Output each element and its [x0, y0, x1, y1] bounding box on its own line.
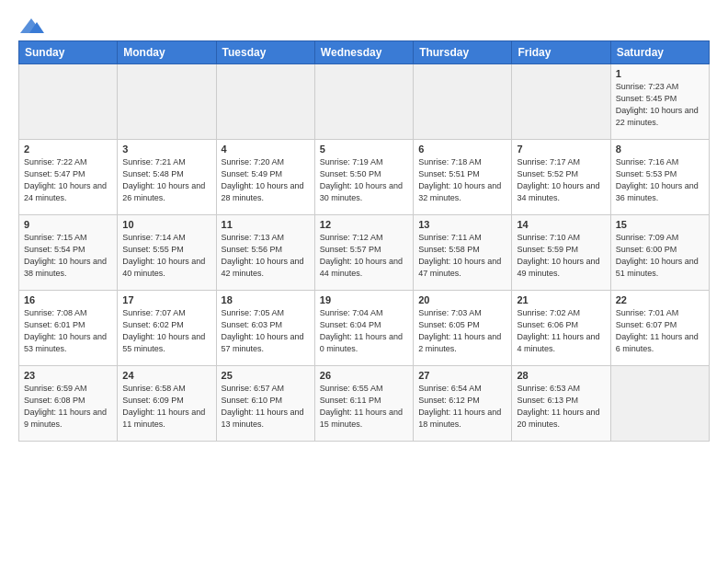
day-number: 19 [320, 294, 408, 305]
weekday-header-saturday: Saturday [610, 41, 709, 64]
logo [18, 17, 48, 35]
calendar-cell [118, 64, 216, 140]
calendar-cell: 3Sunrise: 7:21 AM Sunset: 5:48 PM Daylig… [118, 140, 216, 215]
day-number: 22 [616, 294, 704, 305]
calendar-cell: 13Sunrise: 7:11 AM Sunset: 5:58 PM Dayli… [414, 215, 512, 291]
day-info: Sunrise: 7:13 AM Sunset: 5:56 PM Dayligh… [222, 232, 310, 280]
calendar-cell: 22Sunrise: 7:01 AM Sunset: 6:07 PM Dayli… [610, 291, 709, 366]
day-info: Sunrise: 7:23 AM Sunset: 5:45 PM Dayligh… [616, 81, 704, 129]
day-number: 21 [517, 294, 605, 305]
day-info: Sunrise: 7:22 AM Sunset: 5:47 PM Dayligh… [24, 156, 112, 204]
day-info: Sunrise: 7:15 AM Sunset: 5:54 PM Dayligh… [24, 232, 112, 280]
day-number: 12 [320, 219, 408, 230]
day-number: 3 [122, 144, 210, 155]
day-info: Sunrise: 7:02 AM Sunset: 6:06 PM Dayligh… [517, 307, 605, 355]
day-info: Sunrise: 6:53 AM Sunset: 6:13 PM Dayligh… [517, 383, 605, 431]
calendar-cell: 26Sunrise: 6:55 AM Sunset: 6:11 PM Dayli… [314, 366, 413, 442]
day-number: 1 [616, 68, 704, 79]
calendar-cell [19, 64, 118, 140]
calendar-cell: 15Sunrise: 7:09 AM Sunset: 6:00 PM Dayli… [610, 215, 709, 291]
week-row-1: 1Sunrise: 7:23 AM Sunset: 5:45 PM Daylig… [19, 64, 710, 140]
day-number: 26 [320, 370, 408, 381]
calendar-cell: 5Sunrise: 7:19 AM Sunset: 5:50 PM Daylig… [314, 140, 413, 215]
day-info: Sunrise: 7:20 AM Sunset: 5:49 PM Dayligh… [222, 156, 310, 204]
calendar-cell: 14Sunrise: 7:10 AM Sunset: 5:59 PM Dayli… [512, 215, 610, 291]
weekday-header-tuesday: Tuesday [216, 41, 314, 64]
day-info: Sunrise: 6:57 AM Sunset: 6:10 PM Dayligh… [222, 383, 310, 431]
calendar-cell: 24Sunrise: 6:58 AM Sunset: 6:09 PM Dayli… [118, 366, 216, 442]
day-number: 15 [616, 219, 704, 230]
logo-icon [18, 17, 44, 35]
header [18, 17, 710, 35]
day-info: Sunrise: 7:14 AM Sunset: 5:55 PM Dayligh… [122, 232, 210, 280]
calendar-cell: 8Sunrise: 7:16 AM Sunset: 5:53 PM Daylig… [610, 140, 709, 215]
calendar-cell: 10Sunrise: 7:14 AM Sunset: 5:55 PM Dayli… [118, 215, 216, 291]
weekday-header-wednesday: Wednesday [314, 41, 413, 64]
weekday-header-thursday: Thursday [414, 41, 512, 64]
day-number: 14 [517, 219, 605, 230]
day-info: Sunrise: 7:17 AM Sunset: 5:52 PM Dayligh… [517, 156, 605, 204]
day-info: Sunrise: 7:19 AM Sunset: 5:50 PM Dayligh… [320, 156, 408, 204]
week-row-2: 2Sunrise: 7:22 AM Sunset: 5:47 PM Daylig… [19, 140, 710, 215]
day-info: Sunrise: 7:16 AM Sunset: 5:53 PM Dayligh… [616, 156, 704, 204]
week-row-4: 16Sunrise: 7:08 AM Sunset: 6:01 PM Dayli… [19, 291, 710, 366]
day-info: Sunrise: 6:59 AM Sunset: 6:08 PM Dayligh… [24, 383, 112, 431]
calendar-cell [314, 64, 413, 140]
day-info: Sunrise: 7:01 AM Sunset: 6:07 PM Dayligh… [616, 307, 704, 355]
day-number: 23 [24, 370, 112, 381]
calendar-cell: 21Sunrise: 7:02 AM Sunset: 6:06 PM Dayli… [512, 291, 610, 366]
calendar-cell: 1Sunrise: 7:23 AM Sunset: 5:45 PM Daylig… [610, 64, 709, 140]
day-number: 24 [122, 370, 210, 381]
day-info: Sunrise: 7:08 AM Sunset: 6:01 PM Dayligh… [24, 307, 112, 355]
day-number: 8 [616, 144, 704, 155]
page: SundayMondayTuesdayWednesdayThursdayFrid… [0, 0, 728, 451]
calendar-cell: 16Sunrise: 7:08 AM Sunset: 6:01 PM Dayli… [19, 291, 118, 366]
week-row-3: 9Sunrise: 7:15 AM Sunset: 5:54 PM Daylig… [19, 215, 710, 291]
day-info: Sunrise: 7:18 AM Sunset: 5:51 PM Dayligh… [418, 156, 506, 204]
weekday-header-row: SundayMondayTuesdayWednesdayThursdayFrid… [19, 41, 710, 64]
calendar-cell: 23Sunrise: 6:59 AM Sunset: 6:08 PM Dayli… [19, 366, 118, 442]
day-info: Sunrise: 6:58 AM Sunset: 6:09 PM Dayligh… [122, 383, 210, 431]
day-info: Sunrise: 6:55 AM Sunset: 6:11 PM Dayligh… [320, 383, 408, 431]
day-number: 11 [222, 219, 310, 230]
day-number: 27 [418, 370, 506, 381]
calendar-cell [414, 64, 512, 140]
calendar-cell: 12Sunrise: 7:12 AM Sunset: 5:57 PM Dayli… [314, 215, 413, 291]
calendar-cell: 20Sunrise: 7:03 AM Sunset: 6:05 PM Dayli… [414, 291, 512, 366]
weekday-header-monday: Monday [118, 41, 216, 64]
day-info: Sunrise: 7:10 AM Sunset: 5:59 PM Dayligh… [517, 232, 605, 280]
day-number: 2 [24, 144, 112, 155]
day-info: Sunrise: 7:09 AM Sunset: 6:00 PM Dayligh… [616, 232, 704, 280]
calendar-cell: 4Sunrise: 7:20 AM Sunset: 5:49 PM Daylig… [216, 140, 314, 215]
day-info: Sunrise: 6:54 AM Sunset: 6:12 PM Dayligh… [418, 383, 506, 431]
calendar-cell: 28Sunrise: 6:53 AM Sunset: 6:13 PM Dayli… [512, 366, 610, 442]
calendar-cell: 25Sunrise: 6:57 AM Sunset: 6:10 PM Dayli… [216, 366, 314, 442]
day-number: 10 [122, 219, 210, 230]
calendar-cell [610, 366, 709, 442]
day-number: 20 [418, 294, 506, 305]
day-info: Sunrise: 7:04 AM Sunset: 6:04 PM Dayligh… [320, 307, 408, 355]
calendar-cell: 2Sunrise: 7:22 AM Sunset: 5:47 PM Daylig… [19, 140, 118, 215]
day-number: 18 [222, 294, 310, 305]
day-info: Sunrise: 7:03 AM Sunset: 6:05 PM Dayligh… [418, 307, 506, 355]
calendar-cell: 6Sunrise: 7:18 AM Sunset: 5:51 PM Daylig… [414, 140, 512, 215]
day-number: 17 [122, 294, 210, 305]
day-info: Sunrise: 7:12 AM Sunset: 5:57 PM Dayligh… [320, 232, 408, 280]
calendar-cell: 9Sunrise: 7:15 AM Sunset: 5:54 PM Daylig… [19, 215, 118, 291]
day-info: Sunrise: 7:21 AM Sunset: 5:48 PM Dayligh… [122, 156, 210, 204]
calendar: SundayMondayTuesdayWednesdayThursdayFrid… [18, 40, 710, 442]
day-info: Sunrise: 7:05 AM Sunset: 6:03 PM Dayligh… [222, 307, 310, 355]
day-number: 6 [418, 144, 506, 155]
day-number: 9 [24, 219, 112, 230]
day-number: 4 [222, 144, 310, 155]
day-number: 7 [517, 144, 605, 155]
calendar-cell: 17Sunrise: 7:07 AM Sunset: 6:02 PM Dayli… [118, 291, 216, 366]
calendar-cell: 18Sunrise: 7:05 AM Sunset: 6:03 PM Dayli… [216, 291, 314, 366]
calendar-cell: 11Sunrise: 7:13 AM Sunset: 5:56 PM Dayli… [216, 215, 314, 291]
calendar-cell: 7Sunrise: 7:17 AM Sunset: 5:52 PM Daylig… [512, 140, 610, 215]
day-info: Sunrise: 7:07 AM Sunset: 6:02 PM Dayligh… [122, 307, 210, 355]
day-number: 13 [418, 219, 506, 230]
day-number: 5 [320, 144, 408, 155]
day-number: 16 [24, 294, 112, 305]
weekday-header-friday: Friday [512, 41, 610, 64]
